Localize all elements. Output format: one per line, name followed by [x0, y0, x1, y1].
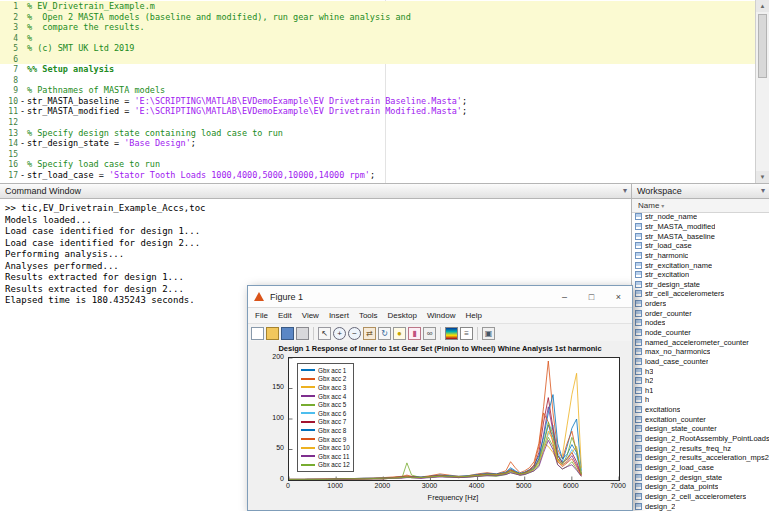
- legend-item[interactable]: Gbx acc 1: [301, 366, 350, 375]
- legend-item[interactable]: Gbx acc 12: [301, 461, 350, 470]
- save-figure-icon[interactable]: [281, 327, 294, 340]
- menu-item-desktop[interactable]: Desktop: [383, 311, 422, 320]
- insert-colorbar-icon[interactable]: [445, 327, 458, 340]
- editor-line[interactable]: 3 % compare the results.: [0, 22, 755, 33]
- editor-line[interactable]: 1 % EV_Drivetrain_Example.m: [0, 1, 755, 12]
- editor-line[interactable]: 16 % Specify load case to run: [0, 159, 755, 170]
- editor-line[interactable]: 14-str_design_state = 'Base Design';: [0, 138, 755, 149]
- workspace-variable-row[interactable]: design_2_cell_accelerometers: [632, 492, 769, 502]
- panel-menu-icon[interactable]: ▾: [761, 184, 765, 198]
- editor-line[interactable]: 8: [0, 75, 755, 86]
- workspace-variable-row[interactable]: design_2_design_state: [632, 472, 769, 482]
- plot-axes[interactable]: Gbx acc 1Gbx acc 2Gbx acc 3Gbx acc 4Gbx …: [288, 357, 620, 481]
- legend-item[interactable]: Gbx acc 2: [301, 375, 350, 384]
- legend-item[interactable]: Gbx acc 10: [301, 443, 350, 452]
- legend-item[interactable]: Gbx acc 9: [301, 435, 350, 444]
- workspace-variable-row[interactable]: str_MASTA_baseline: [632, 231, 769, 241]
- workspace-variable-row[interactable]: design_state_counter: [632, 424, 769, 434]
- workspace-variable-row[interactable]: h: [632, 395, 769, 405]
- editor-line[interactable]: 7 %% Setup analysis: [0, 64, 755, 75]
- workspace-variable-row[interactable]: load_case_counter: [632, 357, 769, 367]
- workspace-variable-row[interactable]: str_excitation: [632, 270, 769, 280]
- legend-item[interactable]: Gbx acc 4: [301, 392, 350, 401]
- print-figure-icon[interactable]: [296, 327, 309, 340]
- workspace-variable-row[interactable]: design_2: [632, 501, 769, 511]
- workspace-variable-row[interactable]: orders: [632, 299, 769, 309]
- dock-figure-icon[interactable]: ▣: [482, 327, 495, 340]
- workspace-variable-row[interactable]: design_2_RootAssembly_PointLoads: [632, 434, 769, 444]
- figure-titlebar[interactable]: Figure 1 –□×: [248, 286, 632, 308]
- panel-menu-icon[interactable]: ▾: [623, 184, 627, 198]
- open-file-icon[interactable]: [266, 327, 279, 340]
- menu-item-view[interactable]: View: [297, 311, 324, 320]
- legend-item[interactable]: Gbx acc 7: [301, 418, 350, 427]
- link-plot-icon[interactable]: ∞: [423, 327, 436, 340]
- workspace-variable-row[interactable]: design_2_load_case: [632, 463, 769, 473]
- editor-line[interactable]: 10-str_MASTA_baseline = 'E:\SCRIPTING\MA…: [0, 96, 755, 107]
- editor-line[interactable]: 13 % Specify design state containing loa…: [0, 128, 755, 139]
- workspace-variable-row[interactable]: design_2_results_acceleration_mps2: [632, 453, 769, 463]
- maximize-button[interactable]: □: [578, 287, 605, 307]
- data-cursor-icon[interactable]: ●: [393, 327, 406, 340]
- editor-line[interactable]: 12: [0, 117, 755, 128]
- close-button[interactable]: ×: [605, 287, 632, 307]
- rotate-3d-icon[interactable]: ↻: [378, 327, 391, 340]
- workspace-name-column-header[interactable]: Name▾: [632, 199, 769, 213]
- workspace-variable-row[interactable]: str_harmonic: [632, 251, 769, 261]
- editor-line[interactable]: 5 % (c) SMT UK Ltd 2019: [0, 43, 755, 54]
- workspace-variable-row[interactable]: design_2_data_points: [632, 482, 769, 492]
- zoom-in-icon[interactable]: +: [333, 327, 346, 340]
- scrollbar-thumb[interactable]: [758, 14, 767, 78]
- workspace-variable-row[interactable]: max_no_harmonics: [632, 347, 769, 357]
- edit-plot-icon[interactable]: ↖: [318, 327, 331, 340]
- workspace-variable-row[interactable]: h2: [632, 376, 769, 386]
- legend-item[interactable]: Gbx acc 3: [301, 383, 350, 392]
- workspace-variable-row[interactable]: str_node_name: [632, 212, 769, 222]
- editor-line[interactable]: 4 %: [0, 33, 755, 44]
- menu-item-help[interactable]: Help: [460, 311, 486, 320]
- editor-line[interactable]: 17-str_load_case = 'Stator Tooth Loads 1…: [0, 170, 755, 181]
- editor-line[interactable]: 6: [0, 54, 755, 65]
- workspace-variable-row[interactable]: h1: [632, 386, 769, 396]
- workspace-variable-row[interactable]: str_MASTA_modified: [632, 222, 769, 232]
- legend-label: Gbx acc 9: [318, 436, 346, 443]
- workspace-variable-row[interactable]: node_counter: [632, 328, 769, 338]
- workspace-variable-row[interactable]: design_2_results_freq_hz: [632, 443, 769, 453]
- insert-legend-icon[interactable]: ≡: [460, 327, 473, 340]
- menu-item-tools[interactable]: Tools: [354, 311, 383, 320]
- legend-item[interactable]: Gbx acc 11: [301, 452, 350, 461]
- zoom-out-icon[interactable]: −: [348, 327, 361, 340]
- menu-item-window[interactable]: Window: [422, 311, 460, 320]
- editor-line[interactable]: 11-str_MASTA_modified = 'E:\SCRIPTING\MA…: [0, 106, 755, 117]
- legend-item[interactable]: Gbx acc 5: [301, 400, 350, 409]
- workspace-variable-row[interactable]: nodes: [632, 318, 769, 328]
- editor-line[interactable]: 9 % Pathnames of MASTA models: [0, 85, 755, 96]
- menu-item-edit[interactable]: Edit: [273, 311, 297, 320]
- workspace-variable-row[interactable]: str_excitation_name: [632, 260, 769, 270]
- scroll-up-icon[interactable]: ▲: [756, 0, 769, 12]
- editor-line[interactable]: 15: [0, 149, 755, 160]
- legend-label: Gbx acc 6: [318, 410, 346, 417]
- minimize-button[interactable]: –: [551, 287, 578, 307]
- new-figure-icon[interactable]: [251, 327, 264, 340]
- workspace-variable-row[interactable]: excitation_counter: [632, 414, 769, 424]
- legend-item[interactable]: Gbx acc 6: [301, 409, 350, 418]
- workspace-variable-row[interactable]: str_design_state: [632, 279, 769, 289]
- executable-marker: [18, 12, 27, 23]
- workspace-variable-row[interactable]: named_accelerometer_counter: [632, 337, 769, 347]
- editor-scrollbar[interactable]: ▲ ▼: [755, 0, 769, 183]
- workspace-variable-row[interactable]: h3: [632, 366, 769, 376]
- pan-icon[interactable]: ⇄: [363, 327, 376, 340]
- code-editor[interactable]: 1 % EV_Drivetrain_Example.m2 % Open 2 MA…: [0, 0, 769, 184]
- workspace-variable-row[interactable]: str_cell_accelerometers: [632, 289, 769, 299]
- workspace-variable-row[interactable]: str_load_case: [632, 241, 769, 251]
- workspace-variable-row[interactable]: excitations: [632, 405, 769, 415]
- menu-item-file[interactable]: File: [250, 311, 273, 320]
- plot-legend[interactable]: Gbx acc 1Gbx acc 2Gbx acc 3Gbx acc 4Gbx …: [297, 363, 354, 472]
- legend-item[interactable]: Gbx acc 8: [301, 426, 350, 435]
- brush-data-icon[interactable]: ▮: [408, 327, 421, 340]
- menu-item-insert[interactable]: Insert: [324, 311, 354, 320]
- scroll-down-icon[interactable]: ▼: [756, 171, 769, 183]
- workspace-variable-row[interactable]: order_counter: [632, 308, 769, 318]
- editor-line[interactable]: 2 % Open 2 MASTA models (baseline and mo…: [0, 12, 755, 23]
